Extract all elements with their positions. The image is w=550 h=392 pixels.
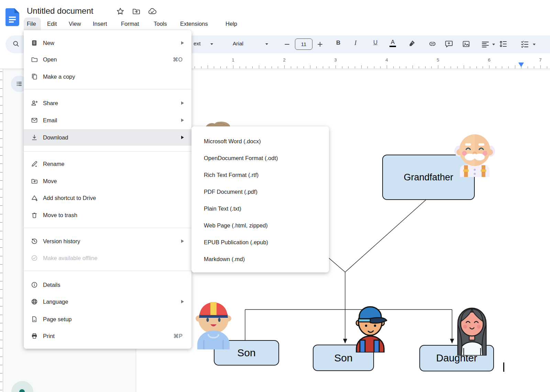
menu-separator xyxy=(24,271,191,271)
checklist-dropdown-caret-icon[interactable] xyxy=(533,44,536,45)
new-document-icon xyxy=(31,40,38,46)
page-setup-icon xyxy=(31,316,38,323)
insert-image-icon[interactable] xyxy=(462,40,470,48)
checklist-icon[interactable] xyxy=(520,40,529,48)
ruler-number: 5 xyxy=(437,57,439,63)
font-family-select[interactable]: Arial xyxy=(233,41,243,47)
menu-help[interactable]: Help xyxy=(226,20,237,28)
font-dropdown-caret-icon[interactable] xyxy=(265,43,268,45)
text-cursor xyxy=(503,362,504,372)
search-icon[interactable] xyxy=(12,40,20,48)
pencil-icon xyxy=(31,160,38,167)
increase-font-size-button[interactable] xyxy=(317,41,323,47)
menu-file[interactable]: File xyxy=(27,20,36,28)
menu-item-download[interactable]: Download xyxy=(24,129,191,146)
right-indent-marker-icon[interactable] xyxy=(518,63,524,67)
printer-icon xyxy=(31,333,38,339)
add-comment-icon[interactable] xyxy=(445,40,453,48)
menu-edit[interactable]: Edit xyxy=(47,20,57,28)
folder-move-icon xyxy=(31,178,38,184)
submenu-arrow-icon xyxy=(181,41,184,45)
ruler-number: 4 xyxy=(385,57,388,63)
menu-item-make-a-copy[interactable]: Make a copy xyxy=(24,68,191,85)
ruler-number: 2 xyxy=(283,57,286,63)
boy-red-cap-character[interactable] xyxy=(195,290,232,349)
google-docs-logo-icon[interactable] xyxy=(6,8,19,26)
move-folder-icon[interactable] xyxy=(132,7,140,15)
menu-view[interactable]: View xyxy=(69,20,81,28)
font-size-input[interactable]: 11 xyxy=(295,38,312,50)
menu-item-share[interactable]: Share xyxy=(24,95,191,111)
menu-item-version-history[interactable]: Version history xyxy=(24,233,191,249)
star-icon[interactable] xyxy=(116,7,124,15)
line-spacing-icon[interactable] xyxy=(499,40,507,48)
download-submenu: Microsoft Word (.docx) OpenDocument Form… xyxy=(191,126,329,272)
menu-item-move[interactable]: Move xyxy=(24,173,191,189)
menu-item-add-shortcut-to-drive[interactable]: Add shortcut to Drive xyxy=(24,190,191,206)
submenu-item-md[interactable]: Markdown (.md) xyxy=(191,251,329,268)
info-icon xyxy=(31,281,38,288)
decrease-font-size-button[interactable] xyxy=(284,41,290,47)
offline-check-icon xyxy=(31,255,38,261)
menu-item-new[interactable]: New xyxy=(24,35,191,51)
text-color-button[interactable]: A xyxy=(389,39,396,47)
menu-separator xyxy=(24,228,191,228)
node-label: Son xyxy=(334,352,352,364)
submenu-item-pdf[interactable]: PDF Document (.pdf) xyxy=(191,183,329,200)
menu-item-page-setup[interactable]: Page setup xyxy=(24,311,191,327)
outline-list-icon xyxy=(15,80,23,88)
insert-link-icon[interactable] xyxy=(428,40,437,48)
bold-button[interactable]: B xyxy=(336,40,340,46)
style-dropdown-caret-icon[interactable] xyxy=(210,43,213,45)
submenu-arrow-icon xyxy=(181,101,184,105)
submenu-item-docx[interactable]: Microsoft Word (.docx) xyxy=(191,133,329,150)
submenu-arrow-icon xyxy=(181,136,184,139)
menu-insert[interactable]: Insert xyxy=(93,20,107,28)
hidden-figure-hair xyxy=(206,121,230,127)
align-dropdown-caret-icon[interactable] xyxy=(492,44,495,45)
menu-tools[interactable]: Tools xyxy=(154,20,167,28)
download-icon xyxy=(31,134,38,141)
girl-character[interactable] xyxy=(454,303,490,356)
submenu-arrow-icon xyxy=(181,239,184,243)
submenu-item-epub[interactable]: EPUB Publication (.epub) xyxy=(191,234,329,251)
menu-separator xyxy=(24,151,191,152)
menu-item-email[interactable]: Email xyxy=(24,112,191,128)
menu-item-open[interactable]: Open⌘O xyxy=(24,51,191,68)
menu-extensions[interactable]: Extensions xyxy=(180,20,208,28)
submenu-item-html-zip[interactable]: Web Page (.html, zipped) xyxy=(191,217,329,234)
italic-button[interactable]: I xyxy=(354,39,356,47)
boy-blue-cap-character[interactable] xyxy=(355,300,387,352)
submenu-item-rtf[interactable]: Rich Text Format (.rtf) xyxy=(191,167,329,183)
trash-icon xyxy=(31,212,38,219)
menu-item-language[interactable]: Language xyxy=(24,293,191,310)
drive-add-icon xyxy=(31,194,38,201)
ruler-number: 7 xyxy=(539,57,542,63)
menu-item-rename[interactable]: Rename xyxy=(24,156,191,172)
paragraph-style-select[interactable]: ext xyxy=(194,41,201,47)
menu-item-move-to-trash[interactable]: Move to trash xyxy=(24,207,191,223)
file-menu: New Open⌘O Make a copy Share Email xyxy=(24,30,191,349)
envelope-icon xyxy=(31,117,38,124)
underline-button[interactable]: U xyxy=(373,39,377,46)
align-icon[interactable] xyxy=(481,40,490,48)
document-title[interactable]: Untitled document xyxy=(27,6,93,16)
submenu-item-odt[interactable]: OpenDocument Format (.odt) xyxy=(191,150,329,167)
cloud-status-icon[interactable] xyxy=(148,7,157,15)
copy-icon xyxy=(31,73,38,80)
ruler-number: 3 xyxy=(334,57,337,63)
menu-format[interactable]: Format xyxy=(121,20,139,28)
node-label: Son xyxy=(237,347,255,359)
ruler-number: 1 xyxy=(232,57,234,63)
menu-separator xyxy=(24,89,191,89)
menu-item-make-available-offline: Make available offline xyxy=(24,250,191,266)
person-add-icon xyxy=(31,100,38,107)
highlight-color-button[interactable] xyxy=(408,40,416,48)
open-folder-icon xyxy=(31,56,38,63)
grandfather-character[interactable] xyxy=(454,132,495,177)
menu-item-details[interactable]: Details xyxy=(24,277,191,293)
submenu-item-txt[interactable]: Plain Text (.txt) xyxy=(191,200,329,217)
submenu-arrow-icon xyxy=(181,119,184,122)
menu-item-print[interactable]: Print⌘P xyxy=(24,328,191,344)
globe-icon xyxy=(31,298,38,305)
